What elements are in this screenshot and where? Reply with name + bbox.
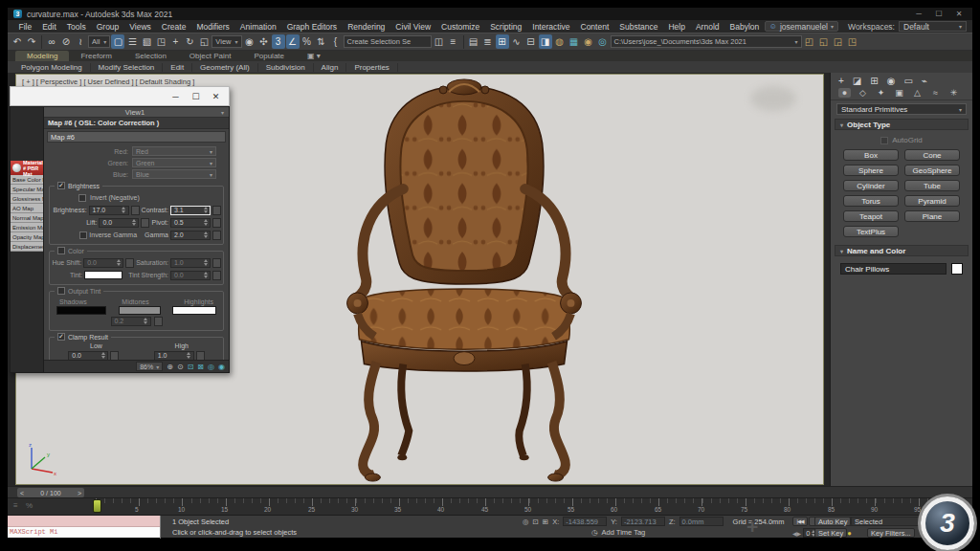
menu-arnold[interactable]: Arnold (690, 22, 724, 32)
scene-explorer-icon[interactable]: ≣ (481, 34, 495, 49)
menu-substance[interactable]: Substance (614, 22, 663, 32)
material-node[interactable]: Material # PBR Mat Base Color Map Specul… (11, 161, 44, 252)
time-slider-handle[interactable] (93, 499, 101, 513)
key-filters-button[interactable]: Key Filters... (867, 528, 915, 538)
set-key-button[interactable]: Set Key (814, 528, 847, 538)
slot-specular[interactable]: Specular Map (11, 185, 44, 194)
render-setup-icon[interactable]: ◍ (553, 34, 567, 49)
snaps-toggle-icon[interactable]: 3 (272, 34, 285, 49)
menu-civil-view[interactable]: Civil View (390, 22, 436, 32)
mirror-icon[interactable]: ◫ (433, 34, 446, 49)
tube-button[interactable]: Tube (904, 180, 960, 191)
bind-spacewarp-icon[interactable]: ≀ (74, 34, 87, 49)
tab-modeling[interactable]: Modeling (15, 51, 69, 61)
brightness-spinner[interactable] (121, 207, 127, 213)
menu-tools[interactable]: Tools (61, 22, 91, 32)
tint-color-swatch[interactable] (84, 271, 122, 279)
select-link-icon[interactable]: ∞ (45, 34, 58, 49)
next-frame-arrow[interactable]: > (78, 490, 81, 496)
slot-displacement[interactable]: Displacement Map (11, 242, 44, 252)
menu-interactive[interactable]: Interactive (527, 22, 575, 32)
pan-icon[interactable]: ⊕ (167, 363, 173, 371)
key-step-icon[interactable]: ◀▶ (792, 530, 801, 537)
clamp-checkbox[interactable] (57, 333, 65, 341)
menu-scripting[interactable]: Scripting (485, 22, 527, 32)
menu-file[interactable]: File (13, 22, 37, 32)
workspace-icon-2[interactable]: ◱ (817, 34, 831, 49)
selection-lock-icon[interactable]: ⊡ (533, 518, 539, 526)
key-mode-dropdown[interactable]: Selected ▾ (851, 517, 927, 526)
lift-field[interactable]: 0.0 (99, 218, 139, 228)
workspace-icon-1[interactable]: ◰ (803, 34, 816, 49)
workspace-icon-4[interactable]: ◳ (846, 34, 859, 49)
pan-tool-icon[interactable]: ◉ (218, 363, 225, 371)
slot-ao[interactable]: AO Map (11, 204, 44, 213)
listener-pink-row[interactable] (8, 516, 160, 527)
cone-button[interactable]: Cone (904, 149, 960, 161)
menu-group[interactable]: Group (91, 22, 124, 32)
select-manipulate-icon[interactable]: ✣ (257, 34, 271, 49)
align-icon[interactable]: ≡ (447, 34, 460, 49)
layer-manager-icon[interactable]: ▤ (467, 34, 480, 49)
inverse-gamma-checkbox[interactable] (79, 231, 87, 239)
ribbon-group-modify-selection[interactable]: Modify Selection (91, 63, 164, 72)
autogrid-checkbox[interactable] (880, 137, 888, 144)
maxscript-mini-listener[interactable]: MAXScript Mi (8, 516, 161, 539)
color-checkbox[interactable] (57, 247, 65, 254)
utilities-tab-icon[interactable]: ⌁ (922, 76, 927, 86)
output-tint-checkbox[interactable] (57, 287, 65, 295)
object-type-rollout-header[interactable]: ▾ Object Type (835, 119, 969, 130)
key-mode-icon[interactable]: ● (847, 529, 852, 538)
spinner-snap-icon[interactable]: ⇅ (315, 34, 328, 49)
gamma-spinner[interactable] (202, 231, 209, 238)
map-name-field[interactable]: Map #6 (47, 131, 226, 143)
midtones-map-button[interactable] (154, 317, 163, 326)
menu-create[interactable]: Create (156, 22, 191, 32)
helpers-category-icon[interactable]: △ (911, 88, 924, 98)
use-center-icon[interactable]: ◉ (243, 34, 256, 49)
motion-tab-icon[interactable]: ◉ (887, 76, 896, 86)
percent-snap-icon[interactable]: % (301, 34, 314, 49)
go-to-start-button[interactable]: |◀◀ (792, 517, 808, 526)
prev-frame-arrow[interactable]: < (20, 490, 24, 496)
y-coordinate-field[interactable]: -2123.713 (621, 517, 665, 526)
menu-babylon[interactable]: Babylon (724, 22, 765, 32)
isolate-selection-icon[interactable]: ◎ (523, 518, 529, 526)
midtones-swatch[interactable] (119, 306, 161, 315)
torus-button[interactable]: Torus (843, 195, 899, 207)
undo-icon[interactable]: ↶ (11, 34, 24, 49)
red-channel-dropdown[interactable]: Red ▾ (132, 146, 216, 156)
green-channel-dropdown[interactable]: Green ▾ (132, 158, 216, 167)
modify-tab-icon[interactable]: ◪ (853, 76, 861, 86)
contrast-field[interactable]: 3.1 (170, 206, 211, 215)
trackbar-ruler[interactable]: 5 10 15 20 25 30 35 40 45 50 55 60 65 70… (96, 498, 967, 516)
pivot-field[interactable]: 0.5 (170, 218, 211, 228)
zoom-icon[interactable]: ⊙ (177, 363, 184, 371)
auto-key-button[interactable]: Auto Key (814, 517, 851, 526)
lift-map-button[interactable] (141, 218, 149, 228)
trackbar-mode-icons[interactable]: ≡ % (13, 501, 35, 510)
slate-title-bar[interactable]: ─ ☐ ✕ (10, 86, 230, 106)
plane-button[interactable]: Plane (904, 210, 960, 222)
ribbon-group-edit[interactable]: Edit (163, 63, 192, 72)
slate-close-button[interactable]: ✕ (207, 89, 225, 103)
teapot-button[interactable]: Teapot (843, 210, 899, 222)
workspace-icon-3[interactable]: ◲ (832, 34, 845, 49)
clamp-low-map-button[interactable] (110, 351, 119, 361)
slot-base-color[interactable]: Base Color Map (11, 175, 44, 185)
menu-animation[interactable]: Animation (234, 22, 281, 32)
pivot-map-button[interactable] (212, 218, 221, 228)
geometry-category-icon[interactable]: ● (838, 88, 851, 98)
workspace-dropdown[interactable]: Default ▾ (899, 21, 967, 32)
slot-emission[interactable]: Emission Map (11, 223, 44, 232)
selection-filter-dropdown[interactable]: All ▾ (88, 35, 110, 48)
absolute-offset-icon[interactable]: ⊞ (543, 518, 548, 526)
display-tab-icon[interactable]: ▭ (903, 76, 912, 86)
object-color-swatch[interactable] (951, 263, 963, 275)
material-node-header[interactable]: Material # PBR Mat (11, 161, 44, 175)
time-slider[interactable]: < 0 / 100 > (17, 488, 84, 497)
scale-icon[interactable]: ◱ (197, 34, 211, 49)
add-time-tag[interactable]: ◷ Add Time Tag (591, 528, 645, 537)
lights-category-icon[interactable]: ✦ (875, 88, 887, 98)
x-coordinate-field[interactable]: -1438.559 (563, 517, 607, 526)
